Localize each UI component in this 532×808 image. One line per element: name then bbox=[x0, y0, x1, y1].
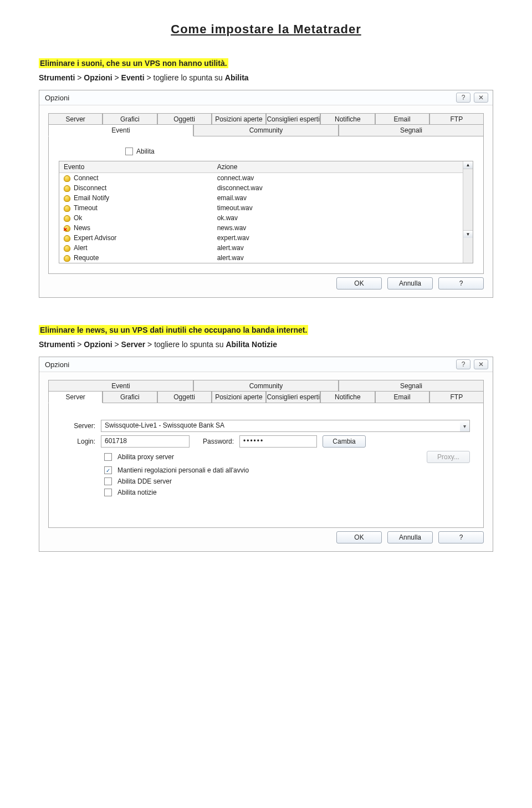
event-action: expert.wav bbox=[213, 233, 463, 243]
event-name: Expert Advisor bbox=[74, 234, 116, 242]
bell-icon bbox=[64, 205, 70, 212]
table-row[interactable]: Connectconnect.wav bbox=[59, 173, 463, 184]
tab-oggetti[interactable]: Oggetti bbox=[157, 391, 212, 403]
event-action: disconnect.wav bbox=[213, 183, 463, 193]
scrollbar[interactable]: ▲ ▼ bbox=[463, 161, 473, 263]
event-action: alert.wav bbox=[213, 243, 463, 253]
cancel-button[interactable]: Annulla bbox=[387, 277, 433, 289]
page-title: Come impostare la Metatrader bbox=[39, 22, 493, 37]
dde-checkbox[interactable] bbox=[104, 477, 112, 485]
event-name: Timeout bbox=[74, 204, 98, 212]
event-name: Ok bbox=[74, 214, 82, 222]
options-dialog-server: Opzioni ? ✕ EventiCommunitySegnali Serve… bbox=[39, 357, 493, 552]
path-strumenti-2: Strumenti bbox=[39, 340, 75, 349]
help-button[interactable]: ? bbox=[438, 277, 484, 289]
table-row[interactable]: Newsnews.wav bbox=[59, 223, 463, 233]
tab-eventi[interactable]: Eventi bbox=[48, 380, 193, 392]
tab-segnali[interactable]: Segnali bbox=[339, 124, 484, 136]
table-row[interactable]: Okok.wav bbox=[59, 213, 463, 223]
tab-community[interactable]: Community bbox=[193, 124, 339, 136]
tab-posizioni-aperte[interactable]: Posizioni aperte bbox=[212, 391, 266, 403]
event-name: Disconnect bbox=[74, 184, 106, 192]
path-action-2: togliere lo spunta su bbox=[154, 340, 223, 349]
tab-notifiche[interactable]: Notifiche bbox=[320, 113, 375, 125]
highlight-1: Eliminare i suoni, che su un VPS non han… bbox=[39, 58, 228, 68]
login-label: Login: bbox=[62, 438, 95, 445]
abilita-label: Abilita bbox=[136, 148, 155, 155]
news-checkbox[interactable] bbox=[104, 489, 112, 496]
tab-ftp[interactable]: FTP bbox=[429, 391, 484, 403]
login-field[interactable]: 601718 bbox=[101, 435, 190, 448]
path-eventi-1: Eventi bbox=[121, 73, 145, 82]
server-combo[interactable]: Swissquote-Live1 - Swissquote Bank SA bbox=[101, 420, 460, 432]
dialog-title: Opzioni bbox=[45, 94, 69, 102]
highlight-2: Eliminare le news, su un VPS dati inutil… bbox=[39, 325, 308, 335]
event-name: Alert bbox=[74, 244, 88, 252]
bell-icon bbox=[64, 255, 70, 262]
server-label: Server: bbox=[62, 422, 95, 430]
dialog-title-bar: Opzioni ? ✕ bbox=[39, 90, 493, 105]
event-action: email.wav bbox=[213, 193, 463, 203]
ok-button[interactable]: OK bbox=[336, 277, 382, 289]
tab-community[interactable]: Community bbox=[193, 380, 339, 392]
tab-oggetti[interactable]: Oggetti bbox=[157, 113, 212, 125]
proxy-button: Proxy... bbox=[427, 451, 470, 463]
table-row[interactable]: Email Notifyemail.wav bbox=[59, 193, 463, 203]
tab-grafici[interactable]: Grafici bbox=[103, 113, 157, 125]
path-server-2: Server bbox=[121, 340, 146, 349]
bell-icon bbox=[64, 235, 70, 242]
password-label: Password: bbox=[195, 438, 234, 445]
event-name: News bbox=[74, 224, 90, 232]
path-target-1: Abilita bbox=[225, 73, 249, 82]
tab-eventi[interactable]: Eventi bbox=[48, 124, 193, 136]
tab-segnali[interactable]: Segnali bbox=[339, 380, 484, 392]
path-opzioni-2: Opzioni bbox=[84, 340, 112, 349]
tab-grafici[interactable]: Grafici bbox=[103, 391, 157, 403]
help-button[interactable]: ? bbox=[438, 531, 484, 543]
table-row[interactable]: Timeouttimeout.wav bbox=[59, 203, 463, 213]
abilita-checkbox[interactable] bbox=[125, 148, 133, 155]
dialog-title-bar-2: Opzioni ? ✕ bbox=[39, 357, 493, 372]
bell-icon bbox=[64, 195, 70, 202]
tab-consiglieri-esperti[interactable]: Consiglieri esperti bbox=[266, 391, 320, 403]
table-row[interactable]: Disconnectdisconnect.wav bbox=[59, 183, 463, 193]
keep-checkbox[interactable]: ✓ bbox=[104, 466, 112, 474]
chevron-down-icon[interactable]: ▾ bbox=[460, 420, 470, 432]
tab-consiglieri-esperti[interactable]: Consiglieri esperti bbox=[266, 113, 320, 125]
tab-posizioni-aperte[interactable]: Posizioni aperte bbox=[212, 113, 266, 125]
tab-email[interactable]: Email bbox=[375, 113, 429, 125]
help-icon[interactable]: ? bbox=[456, 359, 470, 369]
proxy-label: Abilita proxy server bbox=[117, 453, 421, 461]
news-label: Abilita notizie bbox=[117, 489, 157, 496]
event-action: timeout.wav bbox=[213, 203, 463, 213]
event-name: Connect bbox=[74, 174, 99, 182]
col-azione: Azione bbox=[213, 161, 463, 173]
col-evento: Evento bbox=[59, 161, 213, 173]
path-strumenti-1: Strumenti bbox=[39, 73, 75, 82]
close-icon[interactable]: ✕ bbox=[474, 359, 488, 369]
path-line-1: Strumenti > Opzioni > Eventi > togliere … bbox=[39, 73, 493, 82]
tab-ftp[interactable]: FTP bbox=[429, 113, 484, 125]
password-field[interactable]: •••••• bbox=[239, 435, 317, 448]
close-icon[interactable]: ✕ bbox=[474, 93, 488, 103]
dialog-title-2: Opzioni bbox=[45, 360, 69, 369]
cancel-button[interactable]: Annulla bbox=[387, 531, 433, 543]
bell-icon bbox=[64, 215, 70, 222]
event-name: Requote bbox=[74, 254, 99, 262]
proxy-checkbox[interactable] bbox=[104, 453, 112, 461]
event-name: Email Notify bbox=[74, 194, 109, 202]
tab-server[interactable]: Server bbox=[48, 391, 103, 403]
ok-button[interactable]: OK bbox=[336, 531, 382, 543]
path-opzioni-1: Opzioni bbox=[84, 73, 112, 82]
table-row[interactable]: Alertalert.wav bbox=[59, 243, 463, 253]
options-dialog-eventi: Opzioni ? ✕ ServerGraficiOggettiPosizion… bbox=[39, 90, 493, 298]
tab-server[interactable]: Server bbox=[48, 113, 103, 125]
cambia-button[interactable]: Cambia bbox=[323, 435, 366, 448]
bell-icon bbox=[64, 185, 70, 192]
table-row[interactable]: Expert Advisorexpert.wav bbox=[59, 233, 463, 243]
tab-notifiche[interactable]: Notifiche bbox=[320, 391, 375, 403]
path-target-2: Abilita Notizie bbox=[226, 340, 277, 349]
table-row[interactable]: Requotealert.wav bbox=[59, 253, 463, 263]
tab-email[interactable]: Email bbox=[375, 391, 429, 403]
help-icon[interactable]: ? bbox=[456, 93, 470, 103]
